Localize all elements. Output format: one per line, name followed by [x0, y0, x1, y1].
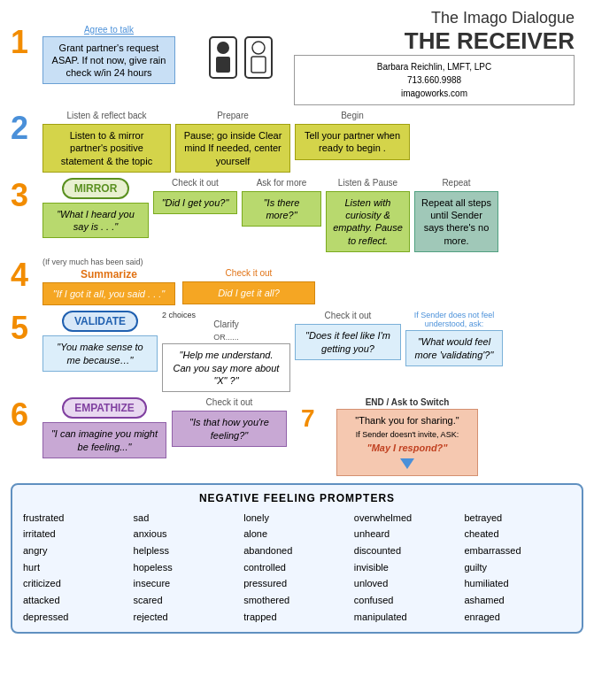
info-website: imagoworks.com	[302, 87, 567, 100]
list-item: hurt	[23, 559, 130, 576]
step5-validate-box: "You make sense to me because…"	[42, 335, 158, 372]
step1-content: Agree to talk Grant partner's request AS…	[42, 25, 175, 85]
step2-col3-box: Tell your partner when ready to begin .	[295, 124, 410, 160]
list-item: scared	[134, 592, 241, 609]
header-center	[188, 35, 294, 80]
step6-empathize-col: EMPATHIZE "I can imagine you might be fe…	[42, 397, 166, 458]
step1-box: Grant partner's request ASAP. If not now…	[42, 36, 175, 85]
list-item: guilty	[464, 559, 571, 576]
list-item: frustrated	[23, 510, 130, 527]
step6-row: 6 EMPATHIZE "I can imagine you might be …	[11, 397, 583, 475]
step5-clarify-group: 2 choices Clarify OR...... "Help me unde…	[162, 311, 290, 392]
step3-listen-box: Listen with curiosity & empathy. Pause t…	[326, 191, 410, 252]
step3-repeat-col: Repeat Repeat all steps until Sender say…	[414, 178, 498, 252]
step3-row: 3 MIRROR "What I heard you say is . . ."…	[11, 178, 583, 252]
list-item: depressed	[23, 609, 130, 626]
step2-col2: Prepare Pause; go inside Clear mind If n…	[175, 111, 290, 173]
step4-row: 4 (If very much has been said) Summarize…	[11, 258, 583, 305]
svg-rect-5	[251, 57, 266, 73]
list-item: humiliated	[464, 575, 571, 592]
step5-clarify-label: Clarify	[213, 319, 238, 329]
neg-grid: frustrated irritated angry hurt criticiz…	[23, 510, 571, 626]
neg-col3: lonely alone abandoned controlled pressu…	[243, 510, 351, 626]
list-item: enraged	[464, 609, 571, 626]
list-item: invisible	[354, 559, 461, 576]
step2-col2-box: Pause; go inside Clear mind If needed, c…	[175, 124, 290, 173]
mirror-label: MIRROR	[62, 178, 130, 199]
step4-check-label: Check it out	[226, 268, 273, 278]
step5-check-label: Check it out	[325, 311, 372, 320]
step3-check-col: Check it out "Did I get you?"	[153, 178, 237, 214]
list-item: alone	[243, 526, 351, 542]
step6-check-label: Check it out	[206, 397, 253, 407]
step5-choices: 2 choices	[162, 311, 196, 319]
list-item: angry	[23, 542, 130, 559]
neg-col4: overwhelmed unheard discounted invisible…	[354, 510, 461, 626]
neg-title: NEGATIVE FEELING PROMPTERS	[23, 492, 571, 504]
list-item: discounted	[354, 542, 461, 559]
step7-content: END / Ask to Switch "Thank you for shari…	[336, 397, 478, 475]
list-item: overwhelmed	[354, 510, 461, 527]
title-main: The Imago Dialogue	[294, 9, 575, 27]
svg-point-4	[252, 42, 265, 54]
list-item: embarrassed	[464, 542, 571, 559]
list-item: insecure	[134, 575, 241, 592]
step6-content: EMPATHIZE "I can imagine you might be fe…	[42, 397, 583, 475]
validate-label: VALIDATE	[62, 311, 138, 332]
list-item: betrayed	[464, 510, 571, 527]
step3-repeat-label: Repeat	[442, 178, 470, 188]
list-item: anxious	[134, 526, 241, 542]
neg-col5: betrayed cheated embarrassed guilty humi…	[464, 510, 571, 626]
step4-check-box: Did I get it all?	[182, 281, 315, 304]
neg-col2: sad anxious helpless hopeless insecure s…	[134, 510, 241, 626]
list-item: sad	[134, 510, 241, 527]
list-item: cheated	[464, 526, 571, 542]
step3-check-label: Check it out	[172, 178, 219, 188]
list-item: smothered	[243, 592, 351, 609]
step1-num: 1	[11, 27, 42, 58]
list-item: pressured	[243, 575, 351, 592]
negative-section: NEGATIVE FEELING PROMPTERS frustrated ir…	[11, 483, 583, 635]
step7-end-label: END / Ask to Switch	[366, 397, 450, 407]
step4-note: (If very much has been said)	[42, 258, 583, 266]
list-item: attacked	[23, 592, 130, 609]
step4-sum-col: Summarize "If I got it all, you said . .…	[42, 268, 175, 305]
step6-empathize-box: "I can imagine you might be feeling..."	[42, 422, 166, 458]
list-item: unloved	[354, 575, 461, 592]
step4-num: 4	[11, 259, 42, 291]
header-left: 1 Agree to talk Grant partner's request …	[11, 25, 188, 90]
step5-if-col: If Sender does not feel understood, ask:…	[405, 311, 503, 366]
step7-arrow	[400, 458, 414, 469]
svg-rect-2	[216, 57, 230, 73]
step3-ask-col: Ask for more "Is there more?"	[242, 178, 321, 227]
step5-if-label: If Sender does not feel understood, ask:	[405, 311, 503, 328]
step6-num: 6	[11, 399, 42, 431]
step2-col3-label: Begin	[341, 111, 364, 120]
list-item: controlled	[243, 559, 351, 576]
step3-ask-box: "Is there more?"	[242, 191, 321, 227]
step1-agree-label[interactable]: Agree to talk	[42, 25, 175, 35]
step4-sum-box: "If I got it all, you said . . ."	[42, 282, 175, 305]
step3-mirror-box: "What I heard you say is . . ."	[42, 203, 149, 239]
step3-check-box: "Did I get you?"	[153, 191, 237, 214]
step5-check-col: Check it out "Does it feel like I'm gett…	[295, 311, 401, 360]
svg-point-1	[217, 42, 229, 54]
step3-repeat-box: Repeat all steps until Sender says there…	[414, 191, 498, 252]
step4-content: (If very much has been said) Summarize "…	[42, 258, 583, 305]
list-item: hopeless	[134, 559, 241, 576]
step7-num: 7	[301, 406, 333, 431]
step2-col2-label: Prepare	[217, 111, 249, 120]
step3-num: 3	[11, 180, 42, 212]
step5-content: VALIDATE "You make sense to me because…"…	[42, 311, 583, 392]
step5-if-box: "What would feel more 'validating'?"	[405, 330, 503, 366]
info-phone: 713.660.9988	[302, 73, 567, 87]
info-name: Barbara Reichlin, LMFT, LPC	[302, 60, 567, 73]
step5-validate-col: VALIDATE "You make sense to me because…"	[42, 311, 158, 372]
list-item: trapped	[243, 609, 351, 626]
step7-ask-text: "May I respond?"	[343, 442, 471, 454]
step5-num: 5	[11, 312, 42, 344]
list-item: confused	[354, 592, 461, 609]
step2-col1-label: Listen & reflect back	[66, 111, 146, 120]
step3-content: MIRROR "What I heard you say is . . ." C…	[42, 178, 583, 252]
step3-ask-label: Ask for more	[257, 178, 307, 188]
